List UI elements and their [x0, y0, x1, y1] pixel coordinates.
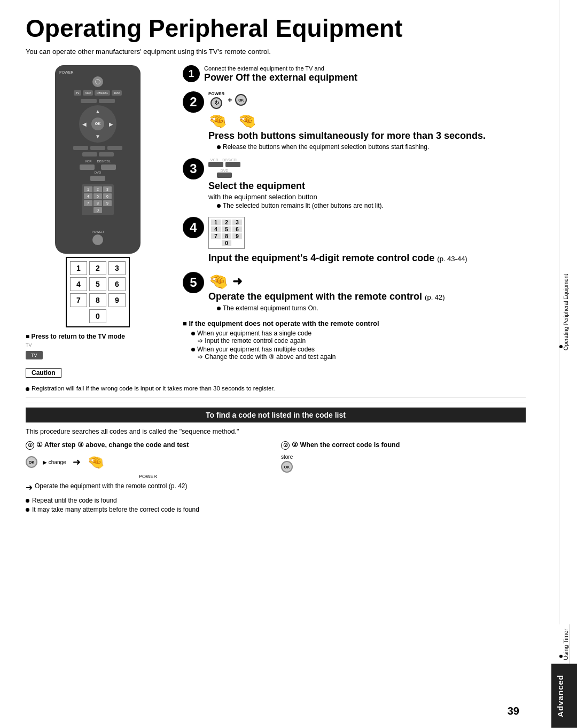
- step3-note: The selected button remains lit (other b…: [217, 202, 384, 209]
- bottom-power-btn[interactable]: [92, 234, 103, 245]
- step2-power-btn: ⏻: [210, 97, 222, 109]
- code-finder-col1: ① ① After step ③ above, change the code …: [26, 441, 270, 515]
- power-button[interactable]: [92, 76, 103, 87]
- no-operate-bullet2: When your equipment has multiple codes: [191, 346, 526, 353]
- sidebar-op-text: Operating Peripheral Equipment: [559, 274, 570, 350]
- step1-block: 1 Connect the external equipment to the …: [183, 65, 526, 84]
- nav-up-arrow: ▲: [95, 108, 100, 114]
- step1-pre: Connect the external equipment to the TV…: [204, 65, 357, 72]
- dvd-select-btn[interactable]: [217, 173, 232, 178]
- vcr-btn[interactable]: [80, 165, 95, 170]
- cbl-select-btn[interactable]: [225, 162, 240, 167]
- step3-circle: 3: [183, 158, 204, 179]
- vcr-labels: VCR DBS/CBL: [59, 160, 136, 163]
- vcr-select-btn[interactable]: [208, 162, 223, 167]
- hand-icon-1: 🤏: [208, 112, 227, 130]
- no-operate-title: ■ If the equipment does not operate with…: [183, 319, 526, 327]
- tv-button[interactable]: TV: [26, 351, 43, 359]
- bottom-power-label: POWER: [59, 230, 136, 233]
- sidebar-top: Operating Peripheral Equipment: [559, 0, 570, 624]
- misc-buttons: [59, 146, 136, 150]
- arrow-col1: ➜: [73, 456, 81, 468]
- code-finder-header: To find a code not listed in the code li…: [26, 408, 526, 422]
- col1-step-label: ① ① After step ③ above, change the code …: [26, 441, 270, 450]
- note-2: It may take many attempts before the cor…: [26, 506, 270, 513]
- step2-note: Release the buttons when the equipment s…: [217, 143, 486, 151]
- mode-buttons: TV VCR DBS/CBL DVD: [59, 90, 136, 96]
- code-finder-section: To find a code not listed in the code li…: [26, 403, 526, 515]
- step5-circle: 5: [183, 272, 204, 293]
- vcr-mode-btn[interactable]: VCR: [83, 90, 93, 96]
- press-return-section: ■ Press to return to the TV mode TV TV: [26, 333, 170, 359]
- col2-ok-btn: OK: [281, 461, 293, 473]
- remote-illustration: POWER TV VCR DBS/CBL DVD: [55, 65, 141, 254]
- code-finder-col2: ② ② When the correct code is found store…: [281, 441, 526, 515]
- nav-down-arrow: ▼: [95, 134, 100, 139]
- hand-icon-3: 🤏: [208, 272, 228, 291]
- step4-block: 4 1 2 3 4 5 6 7 8 9: [183, 217, 526, 264]
- no-operate-sub1: ➩ Input the remote control code again: [198, 337, 526, 345]
- caution-label: Caution: [26, 368, 61, 378]
- step1-title: Power Off the external equipment: [204, 72, 357, 84]
- hand-icon-col1: 🤏: [87, 454, 104, 471]
- divider: [26, 397, 526, 397]
- power-label: POWER: [59, 71, 136, 74]
- vcr-section: VCR DBS/CBL DVD: [59, 160, 136, 181]
- misc-btn-2[interactable]: [90, 146, 105, 150]
- step5-note: The external equipment turns On.: [217, 304, 526, 312]
- arrow-operate: ➜: [26, 482, 33, 492]
- dvd-btn[interactable]: [90, 176, 105, 181]
- ok-center-btn[interactable]: OK: [91, 118, 104, 130]
- sidebar-dot-1: [559, 345, 563, 348]
- col1-ok-btn: OK: [26, 456, 37, 468]
- no-operate-bullet1: When your equipment has a single code: [191, 330, 526, 337]
- hand-icon-2: 🤏: [238, 112, 256, 130]
- bullet-1: [217, 145, 221, 149]
- step1-circle: 1: [183, 65, 200, 82]
- note-1: Repeat until the code is found: [26, 497, 270, 504]
- nav-right-arrow: ▶: [109, 121, 113, 127]
- cbl-btn[interactable]: [101, 165, 116, 170]
- misc-btn-3[interactable]: [107, 146, 122, 150]
- step2-block: 2 POWER ⏻ + OK: [183, 91, 526, 151]
- caution-bullet: [26, 387, 29, 391]
- power-btn-label: POWER: [208, 91, 224, 96]
- bullet-2: [217, 204, 221, 208]
- step4-circle: 4: [183, 217, 204, 238]
- no-operate-sub2: ➩ Change the code with ③ above and test …: [198, 353, 526, 361]
- step2-title: Press both buttons simultaneously for mo…: [208, 130, 486, 142]
- operate-text-row: ➜ Operate the equipment with the remote …: [26, 482, 270, 492]
- step3-block: 3 VCR DBS/CBL DVD: [183, 158, 526, 209]
- step3-subtitle: with the equipment selection button: [208, 193, 384, 201]
- step5-block: 5 🤏 ➜ Operate the equipment with the rem…: [183, 272, 526, 311]
- col2-circle: ②: [281, 441, 290, 450]
- power-label-col1: POWER: [26, 474, 270, 479]
- step4-title: Input the equipment's 4-digit remote con…: [208, 252, 467, 264]
- store-label: store: [281, 454, 293, 460]
- misc-btn-1[interactable]: [73, 146, 88, 150]
- sidebar-bottom: Advanced: [551, 664, 577, 728]
- page-number: 39: [508, 705, 519, 717]
- right-sidebar: Operating Peripheral Equipment Using Tim…: [551, 0, 577, 728]
- caution-note: Registration will fail if the wrong code…: [26, 385, 526, 392]
- arrow-step5: ➜: [232, 275, 242, 288]
- page-title: Operating Peripheral Equipment: [26, 15, 526, 42]
- dvd-label: DVD: [59, 171, 136, 174]
- sidebar-dot-2: [559, 654, 563, 657]
- no-operate-section: ■ If the equipment does not operate with…: [183, 319, 526, 361]
- dbs-mode-btn[interactable]: DBS/CBL: [95, 90, 110, 96]
- step2-ok-btn: OK: [235, 94, 247, 106]
- change-label: ▶ change: [43, 459, 66, 465]
- sidebar-mid: Using Timer: [559, 624, 570, 664]
- code-finder-intro: This procedure searches all codes and is…: [26, 428, 526, 435]
- col2-step-label: ② ② When the correct code is found: [281, 441, 526, 450]
- dvd-mode-btn[interactable]: DVD: [112, 90, 122, 96]
- code-finder-columns: ① ① After step ③ above, change the code …: [26, 441, 526, 515]
- intro-text: You can operate other manufacturers' equ…: [26, 48, 526, 56]
- tv-mode-btn[interactable]: TV: [74, 90, 81, 96]
- nav-circle: ▲ ▼ ◀ ▶ OK: [79, 105, 116, 143]
- step5-title: Operate the equipment with the remote co…: [208, 291, 526, 303]
- step2-circle: 2: [183, 91, 204, 113]
- step3-title: Select the equipment: [208, 180, 384, 192]
- col1-ok-row: OK ▶ change ➜ 🤏: [26, 454, 270, 471]
